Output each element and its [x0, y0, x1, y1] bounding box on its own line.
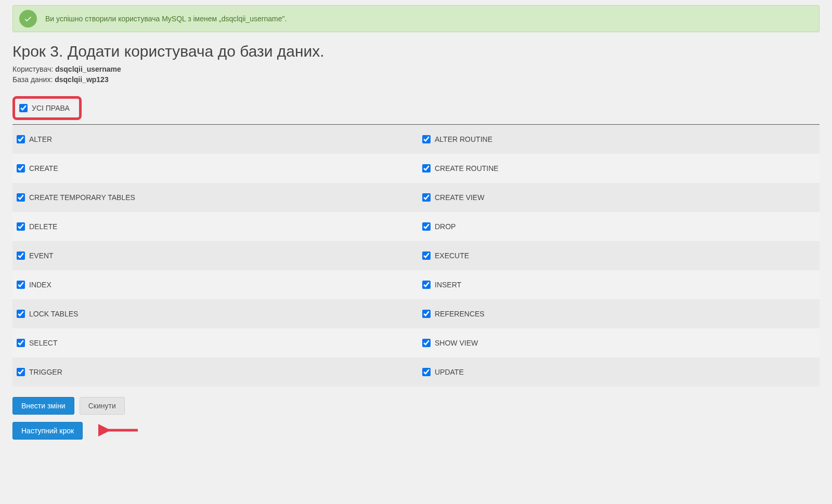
- privilege-label[interactable]: ALTER: [29, 135, 52, 143]
- privilege-row: TRIGGERUPDATE: [12, 357, 820, 387]
- alert-message: Ви успішно створили користувача MySQL з …: [45, 15, 287, 23]
- privilege-cell: SHOW VIEW: [416, 328, 820, 357]
- privilege-cell: LOCK TABLES: [12, 299, 416, 328]
- privilege-cell: UPDATE: [416, 357, 820, 387]
- privilege-cell: REFERENCES: [416, 299, 820, 328]
- privilege-cell: CREATE ROUTINE: [416, 154, 820, 183]
- privileges-table: ALTERALTER ROUTINECREATECREATE ROUTINECR…: [12, 125, 820, 387]
- privilege-label[interactable]: CREATE VIEW: [435, 193, 484, 202]
- next-step-button[interactable]: Наступний крок: [12, 422, 83, 440]
- privilege-label[interactable]: UPDATE: [435, 368, 464, 376]
- privilege-checkbox[interactable]: [422, 310, 431, 318]
- arrow-left-icon: [98, 422, 140, 440]
- privilege-checkbox[interactable]: [17, 164, 25, 173]
- privilege-checkbox[interactable]: [422, 164, 431, 173]
- privilege-label[interactable]: CREATE ROUTINE: [435, 164, 499, 173]
- meta-db: База даних: dsqclqii_wp123: [12, 75, 820, 85]
- privilege-label[interactable]: ALTER ROUTINE: [435, 135, 492, 143]
- privilege-row: ALTERALTER ROUTINE: [12, 125, 820, 154]
- privilege-row: INDEXINSERT: [12, 270, 820, 299]
- privilege-label[interactable]: INDEX: [29, 281, 51, 289]
- privilege-checkbox[interactable]: [422, 339, 431, 347]
- user-value: dsqclqii_username: [55, 65, 121, 73]
- check-circle-icon: [19, 10, 37, 28]
- privilege-cell: ALTER ROUTINE: [416, 125, 820, 154]
- privilege-row: LOCK TABLESREFERENCES: [12, 299, 820, 328]
- privilege-row: EVENTEXECUTE: [12, 241, 820, 270]
- privilege-cell: CREATE TEMPORARY TABLES: [12, 183, 416, 212]
- page-title: Крок 3. Додати користувача до бази даних…: [12, 43, 820, 60]
- privilege-label[interactable]: CREATE: [29, 164, 58, 173]
- privilege-label[interactable]: TRIGGER: [29, 368, 62, 376]
- privilege-checkbox[interactable]: [422, 222, 431, 231]
- privilege-cell: CREATE VIEW: [416, 183, 820, 212]
- privilege-checkbox[interactable]: [422, 368, 431, 376]
- privilege-row: CREATECREATE ROUTINE: [12, 154, 820, 183]
- privilege-checkbox[interactable]: [422, 193, 431, 202]
- privilege-cell: DROP: [416, 212, 820, 241]
- privilege-cell: INDEX: [12, 270, 416, 299]
- privilege-cell: DELETE: [12, 212, 416, 241]
- privilege-label[interactable]: REFERENCES: [435, 310, 485, 318]
- privilege-checkbox[interactable]: [422, 251, 431, 260]
- privilege-checkbox[interactable]: [17, 193, 25, 202]
- apply-button[interactable]: Внести зміни: [12, 397, 74, 415]
- success-alert: Ви успішно створили користувача MySQL з …: [12, 5, 820, 32]
- privilege-checkbox[interactable]: [17, 251, 25, 260]
- privilege-row: SELECTSHOW VIEW: [12, 328, 820, 357]
- privilege-cell: CREATE: [12, 154, 416, 183]
- privilege-cell: EXECUTE: [416, 241, 820, 270]
- privilege-label[interactable]: EVENT: [29, 251, 54, 260]
- db-label: База даних:: [12, 75, 55, 84]
- privilege-cell: TRIGGER: [12, 357, 416, 387]
- action-buttons: Внести зміни Скинути: [12, 397, 820, 415]
- user-label: Користувач:: [12, 65, 55, 73]
- db-value: dsqclqii_wp123: [55, 75, 108, 84]
- all-privileges-label[interactable]: УСІ ПРАВА: [32, 104, 70, 112]
- privilege-label[interactable]: SHOW VIEW: [435, 339, 478, 347]
- privilege-cell: SELECT: [12, 328, 416, 357]
- reset-button[interactable]: Скинути: [80, 397, 125, 415]
- privilege-label[interactable]: INSERT: [435, 281, 461, 289]
- privilege-cell: ALTER: [12, 125, 416, 154]
- privilege-checkbox[interactable]: [17, 222, 25, 231]
- privilege-cell: EVENT: [12, 241, 416, 270]
- privilege-checkbox[interactable]: [17, 339, 25, 347]
- next-step-row: Наступний крок: [12, 422, 820, 440]
- meta-user: Користувач: dsqclqii_username: [12, 64, 820, 75]
- privilege-label[interactable]: SELECT: [29, 339, 57, 347]
- privilege-row: DELETEDROP: [12, 212, 820, 241]
- privilege-label[interactable]: EXECUTE: [435, 251, 469, 260]
- privilege-checkbox[interactable]: [17, 135, 25, 143]
- all-privileges-highlight: УСІ ПРАВА: [12, 96, 82, 120]
- privilege-label[interactable]: CREATE TEMPORARY TABLES: [29, 193, 135, 202]
- privilege-checkbox[interactable]: [17, 310, 25, 318]
- privilege-row: CREATE TEMPORARY TABLESCREATE VIEW: [12, 183, 820, 212]
- privilege-checkbox[interactable]: [422, 281, 431, 289]
- privilege-checkbox[interactable]: [17, 281, 25, 289]
- privilege-checkbox[interactable]: [17, 368, 25, 376]
- privilege-label[interactable]: LOCK TABLES: [29, 310, 78, 318]
- privilege-label[interactable]: DELETE: [29, 222, 57, 231]
- privilege-cell: INSERT: [416, 270, 820, 299]
- all-privileges-checkbox[interactable]: [19, 104, 28, 112]
- privilege-label[interactable]: DROP: [435, 222, 456, 231]
- privilege-checkbox[interactable]: [422, 135, 431, 143]
